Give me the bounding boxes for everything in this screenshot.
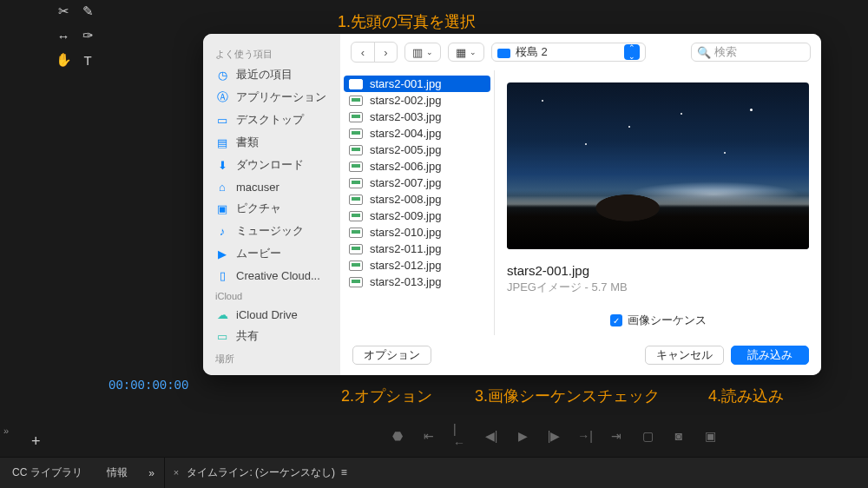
back-button[interactable]: ‹	[352, 43, 374, 62]
image-file-icon	[349, 112, 363, 122]
dialog-body: stars2-001.jpgstars2-002.jpgstars2-003.j…	[340, 70, 821, 335]
marker-in-icon[interactable]: ⬣	[391, 429, 404, 443]
tab-info[interactable]: 情報	[95, 458, 140, 488]
timeline-tab[interactable]: × タイムライン: (シーケンスなし) ≡	[165, 465, 347, 480]
recents-icon: ◷	[215, 68, 229, 82]
file-row[interactable]: stars2-002.jpg	[344, 92, 490, 109]
image-file-icon	[349, 162, 363, 172]
sidebar-item-applications[interactable]: Ⓐアプリケーション	[203, 86, 340, 109]
forward-button[interactable]: ›	[374, 43, 397, 62]
view-columns-button[interactable]: ▥⌄	[404, 43, 441, 62]
file-name: stars2-007.jpg	[370, 176, 441, 189]
file-row[interactable]: stars2-001.jpg	[344, 76, 490, 92]
sidebar-item-home[interactable]: ⌂macuser	[203, 176, 340, 197]
image-file-icon	[349, 79, 363, 89]
annotation-1: 1.先頭の写真を選択	[338, 11, 476, 32]
bottom-panel: CC ライブラリ 情報 » × タイムライン: (シーケンスなし) ≡	[0, 457, 868, 488]
chevron-down-icon: ⌄	[426, 48, 433, 56]
options-button[interactable]: オプション	[352, 346, 431, 365]
file-name: stars2-012.jpg	[370, 259, 441, 272]
folder-icon: ▯	[215, 268, 229, 282]
close-icon[interactable]: ×	[174, 467, 179, 478]
file-name: stars2-008.jpg	[370, 193, 441, 206]
file-name: stars2-010.jpg	[370, 226, 441, 239]
image-sequence-label: 画像シーケンス	[628, 313, 707, 328]
sidebar-item-pictures[interactable]: ▣ピクチャ	[203, 197, 340, 220]
goto-in-icon[interactable]: |←	[453, 429, 467, 443]
goto-out-icon[interactable]: →|	[578, 429, 592, 443]
file-row[interactable]: stars2-004.jpg	[344, 125, 490, 142]
sidebar-item-macbook[interactable]: ▭MacBook Pro	[203, 368, 340, 375]
file-row[interactable]: stars2-006.jpg	[344, 158, 490, 175]
panel-menu-icon[interactable]: »	[140, 467, 164, 479]
play-icon[interactable]: ▶	[516, 429, 529, 443]
cloud-icon: ☁	[215, 307, 229, 321]
file-row[interactable]: stars2-003.jpg	[344, 109, 490, 125]
desktop-icon: ▭	[215, 113, 229, 127]
path-label: 桜島 2	[516, 44, 548, 60]
type-tool-icon[interactable]: T	[76, 49, 99, 71]
expand-chevrons-icon[interactable]: »	[3, 425, 9, 436]
file-open-dialog: よく使う項目 ◷最近の項目 Ⓐアプリケーション ▭デスクトップ ▤書類 ⬇ダウン…	[203, 34, 821, 375]
file-row[interactable]: stars2-012.jpg	[344, 257, 490, 274]
insert-icon[interactable]: ⇤	[422, 429, 436, 443]
sidebar-item-icloud-drive[interactable]: ☁iCloud Drive	[203, 304, 340, 325]
preview-filename: stars2-001.jpg	[507, 263, 809, 278]
image-file-icon	[349, 129, 363, 139]
checkbox-checked-icon[interactable]: ✓	[610, 314, 622, 326]
file-name: stars2-002.jpg	[370, 94, 441, 107]
width-tool-icon[interactable]: ↔	[52, 24, 75, 47]
pen-tool-icon[interactable]: ✎	[76, 0, 99, 23]
pictures-icon: ▣	[215, 201, 229, 215]
sidebar-item-downloads[interactable]: ⬇ダウンロード	[203, 154, 340, 176]
tab-cc-libraries[interactable]: CC ライブラリ	[0, 458, 95, 488]
sidebar-item-shared[interactable]: ▭共有	[203, 325, 340, 347]
multicam-icon[interactable]: ▣	[703, 429, 717, 443]
folder-icon	[497, 48, 510, 57]
sidebar-item-movies[interactable]: ▶ムービー	[203, 242, 340, 265]
transport-controls: ⬣ ⇤ |← ◀| ▶ |▶ →| ⇥ ▢ ◙ ▣	[391, 429, 717, 443]
view-group-button[interactable]: ▦⌄	[448, 43, 484, 62]
add-marker-icon[interactable]: +	[31, 432, 41, 451]
file-row[interactable]: stars2-013.jpg	[344, 274, 490, 290]
nav-buttons: ‹ ›	[351, 42, 398, 63]
sidebar-item-music[interactable]: ♪ミュージック	[203, 220, 340, 242]
preview-thumbnail	[507, 82, 809, 249]
sidebar-item-creative-cloud[interactable]: ▯Creative Cloud...	[203, 265, 340, 286]
image-file-icon	[349, 260, 363, 271]
image-sequence-option[interactable]: ✓ 画像シーケンス	[507, 313, 809, 328]
image-file-icon	[349, 244, 363, 254]
file-row[interactable]: stars2-008.jpg	[344, 191, 490, 208]
file-row[interactable]: stars2-010.jpg	[344, 224, 490, 241]
image-file-icon	[349, 195, 363, 205]
timecode-display[interactable]: 00:00:00:00	[108, 379, 188, 392]
file-row[interactable]: stars2-007.jpg	[344, 175, 490, 191]
camera-icon[interactable]: ◙	[672, 429, 686, 443]
hand-tool-icon[interactable]: ✋	[52, 49, 75, 71]
overwrite-icon[interactable]: ⇥	[609, 429, 623, 443]
dialog-sidebar: よく使う項目 ◷最近の項目 Ⓐアプリケーション ▭デスクトップ ▤書類 ⬇ダウン…	[203, 34, 340, 375]
documents-icon: ▤	[215, 135, 229, 149]
file-list[interactable]: stars2-001.jpgstars2-002.jpgstars2-003.j…	[340, 70, 495, 335]
sidebar-item-desktop[interactable]: ▭デスクトップ	[203, 109, 340, 131]
sidebar-group-icloud: iCloud	[203, 286, 340, 304]
image-file-icon	[349, 96, 363, 106]
file-row[interactable]: stars2-009.jpg	[344, 208, 490, 224]
eyedropper-tool-icon[interactable]: ✑	[76, 24, 99, 47]
grid-icon: ▦	[456, 46, 466, 59]
export-frame-icon[interactable]: ▢	[641, 429, 654, 443]
file-row[interactable]: stars2-011.jpg	[344, 241, 490, 257]
cancel-button[interactable]: キャンセル	[645, 346, 724, 365]
sidebar-item-documents[interactable]: ▤書類	[203, 131, 340, 154]
path-dropdown[interactable]: 桜島 2 ⌃⌄	[491, 43, 646, 62]
step-fwd-icon[interactable]: |▶	[547, 429, 561, 443]
dialog-toolbar: ‹ › ▥⌄ ▦⌄ 桜島 2 ⌃⌄ 🔍 検索	[340, 34, 821, 70]
search-field[interactable]: 🔍 検索	[691, 43, 811, 62]
import-button[interactable]: 読み込み	[731, 346, 809, 365]
dialog-main: ‹ › ▥⌄ ▦⌄ 桜島 2 ⌃⌄ 🔍 検索 stars2-001.jpgsta…	[340, 34, 821, 375]
sidebar-item-recents[interactable]: ◷最近の項目	[203, 63, 340, 86]
file-row[interactable]: stars2-005.jpg	[344, 142, 490, 158]
razor-tool-icon[interactable]: ✂	[52, 0, 75, 23]
image-file-icon	[349, 145, 363, 155]
step-back-icon[interactable]: ◀|	[484, 429, 498, 443]
